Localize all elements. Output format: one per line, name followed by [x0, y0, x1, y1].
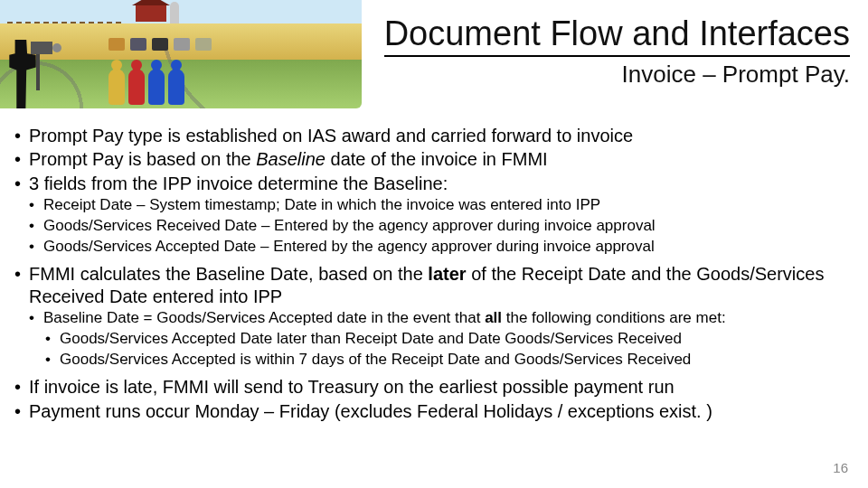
camera-lens-icon [52, 43, 61, 52]
bold: all [485, 309, 502, 326]
bullet-l2: Goods/Services Received Date – Entered b… [9, 217, 855, 236]
text: FMMI calculates the Baseline Date, based… [29, 264, 428, 284]
text: Prompt Pay is based on the [29, 149, 256, 169]
tv-icon [108, 38, 125, 51]
text: Baseline Date = Goods/Services Accepted … [43, 309, 485, 326]
bullet-l1: Prompt Pay is based on the Baseline date… [9, 148, 855, 170]
bullet-l2: Receipt Date – System timestamp; Date in… [9, 196, 855, 215]
header-illustration [0, 0, 362, 108]
page-number: 16 [833, 460, 848, 475]
bullet-l1: FMMI calculates the Baseline Date, based… [9, 263, 855, 307]
bullet-l2: Goods/Services Accepted Date – Entered b… [9, 238, 855, 257]
camera-icon [31, 42, 52, 54]
monitor-icon [130, 38, 146, 51]
title-block: Document Flow and Interfaces Invoice – P… [384, 14, 850, 89]
slide: Document Flow and Interfaces Invoice – P… [0, 0, 868, 488]
person-icon [148, 69, 165, 105]
person-icon [168, 69, 184, 105]
barn-icon [136, 4, 166, 22]
bullet-l3: Goods/Services Accepted Date later than … [9, 330, 855, 349]
bold: later [428, 264, 466, 284]
slide-body: Prompt Pay type is established on IAS aw… [9, 125, 855, 424]
people-icons [108, 69, 184, 105]
tech-icons-row [108, 38, 212, 51]
emphasis: Baseline [256, 149, 326, 169]
page-subtitle: Invoice – Prompt Pay. [384, 61, 850, 89]
bullet-l2: Baseline Date = Goods/Services Accepted … [9, 309, 855, 328]
person-icon [108, 69, 125, 105]
tablet-icon [174, 38, 190, 51]
silo-icon [170, 2, 179, 23]
fence-icon [7, 22, 125, 23]
bullet-l1: 3 fields from the IPP invoice determine … [9, 173, 855, 194]
bullet-l1: Payment runs occur Monday – Friday (excl… [9, 400, 855, 422]
phone-icon [195, 38, 212, 51]
page-title: Document Flow and Interfaces [384, 14, 850, 57]
text: date of the invoice in FMMI [326, 149, 548, 169]
text: the following conditions are met: [502, 309, 726, 326]
bullet-l3: Goods/Services Accepted is within 7 days… [9, 351, 855, 370]
bullet-l1: If invoice is late, FMMI will send to Tr… [9, 376, 855, 398]
bullet-l1: Prompt Pay type is established on IAS aw… [9, 125, 855, 146]
laptop-icon [152, 38, 168, 51]
person-icon [128, 69, 145, 105]
